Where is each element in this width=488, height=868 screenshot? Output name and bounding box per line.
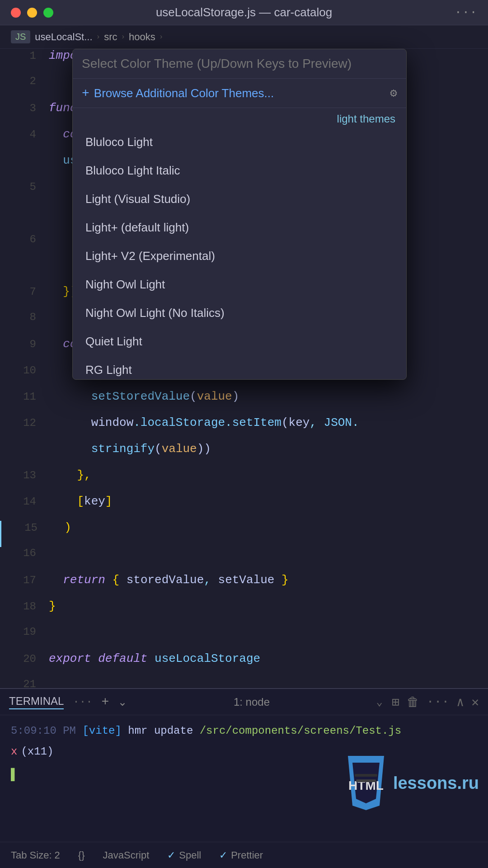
terminal-timestamp: 5:09:10 PM xyxy=(11,725,76,737)
spell-indicator[interactable]: ✓ Spell xyxy=(167,849,201,861)
breadcrumb-sep2: › xyxy=(121,33,125,41)
terminal-path: /src/components/screens/Test.js xyxy=(200,725,401,737)
svg-rect-4 xyxy=(356,779,376,782)
window-controls[interactable] xyxy=(11,8,53,18)
list-item[interactable]: Light+ (default light) xyxy=(73,213,406,242)
plus-icon: + xyxy=(82,86,89,100)
list-item[interactable]: Light+ V2 (Experimental) xyxy=(73,242,406,270)
breadcrumb-filename[interactable]: useLocalSt... xyxy=(35,31,92,43)
watermark: HTML lessons.ru xyxy=(343,756,479,810)
breadcrumb-hooks[interactable]: hooks xyxy=(129,31,155,43)
browse-themes-button[interactable]: + Browse Additional Color Themes... ⚙ xyxy=(73,79,406,108)
terminal-tab[interactable]: TERMINAL xyxy=(9,695,64,709)
table-row: 14 [key] xyxy=(0,495,488,521)
breadcrumb: JS useLocalSt... › src › hooks › xyxy=(0,25,488,49)
watermark-text: lessons.ru xyxy=(393,774,479,793)
table-row: stringify(value)) xyxy=(0,442,488,468)
terminal-panel[interactable]: TERMINAL ··· + ⌄ 1: node ⌄ ⊞ 🗑 ··· ∧ ✕ 5… xyxy=(0,688,488,842)
terminal-count: (x11) xyxy=(21,743,53,760)
spell-label: Spell xyxy=(179,849,201,861)
minimize-button[interactable] xyxy=(27,8,37,18)
new-terminal-button[interactable]: + xyxy=(102,695,109,709)
gear-icon[interactable]: ⚙ xyxy=(390,86,397,100)
terminal-vite-tag: [vite] xyxy=(82,725,121,737)
table-row: 18 } xyxy=(0,599,488,626)
command-palette-input-row[interactable] xyxy=(73,49,406,79)
terminal-layout-icon[interactable]: ⊞ xyxy=(392,694,399,710)
table-row: 13 }, xyxy=(0,468,488,495)
spell-check-icon: ✓ xyxy=(167,849,175,861)
html-lessons-logo: HTML xyxy=(343,756,389,810)
svg-rect-3 xyxy=(355,774,377,777)
terminal-more-icon[interactable]: ··· xyxy=(427,695,449,709)
list-item[interactable]: Quiet Light xyxy=(73,327,406,356)
table-row: 12 window.localStorage.setItem(key, JSON… xyxy=(0,416,488,442)
prettier-check-icon: ✓ xyxy=(219,849,227,861)
terminal-trash-icon[interactable]: 🗑 xyxy=(407,694,419,710)
light-themes-header: light themes xyxy=(73,108,406,128)
prettier-label: Prettier xyxy=(231,849,263,861)
window-title: useLocalStorage.js — car-catalog xyxy=(156,5,332,19)
titlebar: useLocalStorage.js — car-catalog ··· xyxy=(0,0,488,25)
terminal-hmr-text: hmr update xyxy=(128,725,193,737)
terminal-node-label: 1: node xyxy=(136,696,367,708)
table-row: 19 xyxy=(0,626,488,652)
color-theme-input[interactable] xyxy=(82,57,397,71)
terminal-header: TERMINAL ··· + ⌄ 1: node ⌄ ⊞ 🗑 ··· ∧ ✕ xyxy=(0,689,488,715)
browse-label: Browse Additional Color Themes... xyxy=(94,86,390,100)
list-item[interactable]: Night Owl Light xyxy=(73,270,406,299)
terminal-line: 5:09:10 PM [vite] hmr update /src/compon… xyxy=(11,722,477,740)
maximize-button[interactable] xyxy=(43,8,53,18)
list-item[interactable]: Light (Visual Studio) xyxy=(73,185,406,213)
prettier-indicator[interactable]: ✓ Prettier xyxy=(219,849,263,861)
braces-icon: {} xyxy=(78,849,85,861)
terminal-dots-menu[interactable]: ··· xyxy=(73,696,92,708)
list-item[interactable]: Bluloco Light xyxy=(73,128,406,156)
terminal-controls: ⊞ 🗑 ··· ∧ ✕ xyxy=(392,694,479,710)
table-row: 17 return { storedValue, setValue } xyxy=(0,573,488,599)
light-themes-label: light themes xyxy=(337,113,395,125)
list-item[interactable]: RG Light xyxy=(73,356,406,379)
table-row: 15 ) xyxy=(0,521,488,547)
list-item[interactable]: Bluloco Light Italic xyxy=(73,156,406,185)
command-palette[interactable]: + Browse Additional Color Themes... ⚙ li… xyxy=(72,49,407,380)
titlebar-menu-button[interactable]: ··· xyxy=(455,5,477,19)
table-row: 16 xyxy=(0,547,488,573)
language-indicator[interactable]: JavaScript xyxy=(103,849,150,861)
breadcrumb-src[interactable]: src xyxy=(104,31,117,43)
breadcrumb-sep3: › xyxy=(159,33,164,41)
terminal-x-marker: x xyxy=(11,743,17,760)
list-item[interactable]: Night Owl Light (No Italics) xyxy=(73,299,406,327)
table-row: 20 export default useLocalStorage xyxy=(0,652,488,678)
breadcrumb-sep1: › xyxy=(96,33,101,41)
terminal-chevron-up-icon[interactable]: ∧ xyxy=(456,694,464,710)
terminal-prompt: ▌ xyxy=(11,765,19,786)
terminal-close-icon[interactable]: ✕ xyxy=(471,694,479,710)
close-button[interactable] xyxy=(11,8,21,18)
statusbar: Tab Size: 2 {} JavaScript ✓ Spell ✓ Pret… xyxy=(0,842,488,868)
tab-size-indicator[interactable]: Tab Size: 2 xyxy=(11,849,60,861)
js-badge: JS xyxy=(11,30,30,43)
theme-list: light themes Bluloco Light Bluloco Light… xyxy=(73,108,406,379)
terminal-chevron-down[interactable]: ⌄ xyxy=(376,695,383,708)
split-toggle[interactable]: ⌄ xyxy=(118,696,127,708)
table-row: 11 setStoredValue(value) xyxy=(0,390,488,416)
